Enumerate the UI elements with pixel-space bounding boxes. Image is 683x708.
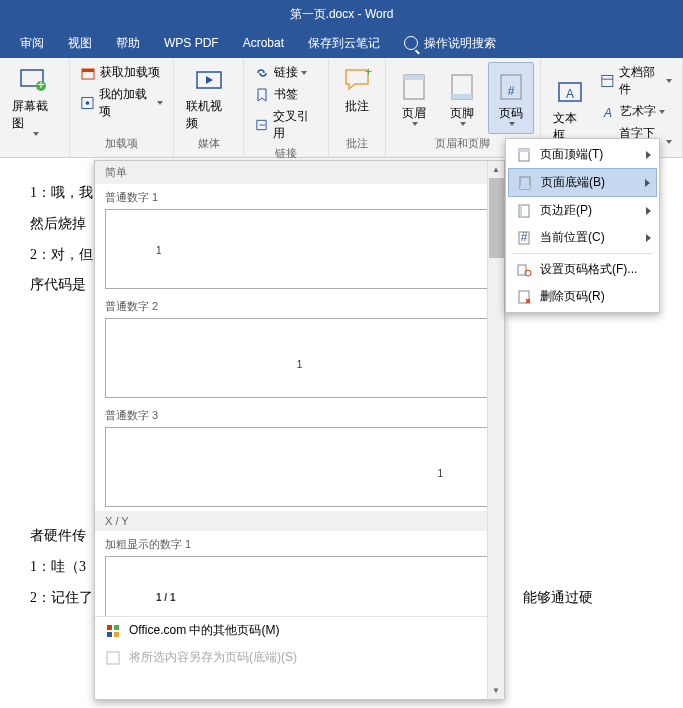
arrow-right-icon	[646, 234, 651, 242]
document-title: 第一页.docx - Word	[290, 6, 394, 23]
footer-button[interactable]: 页脚	[440, 62, 484, 134]
svg-rect-27	[520, 186, 530, 189]
header-button[interactable]: 页眉	[392, 62, 436, 134]
bookmark-icon	[254, 87, 270, 103]
more-from-office-item[interactable]: Office.com 中的其他页码(M)	[95, 617, 504, 644]
page-number-submenu: 页面顶端(T) 页面底端(B) 页边距(P) # 当前位置(C) 设置页码格式(…	[505, 138, 660, 313]
doc-parts-button[interactable]: 文档部件	[596, 62, 676, 100]
separator	[512, 253, 653, 254]
wordart-icon: A	[600, 104, 616, 120]
svg-rect-37	[107, 625, 112, 630]
link-button[interactable]: 链接	[250, 62, 322, 83]
scroll-up-icon[interactable]: ▲	[488, 161, 504, 178]
ribbon-group-media: 联机视频 媒体	[174, 58, 244, 157]
svg-rect-39	[107, 632, 112, 637]
ribbon-group-screenshot: + 屏幕截图	[0, 58, 70, 157]
save-selection-item: 将所选内容另存为页码(底端)(S)	[95, 644, 504, 671]
chevron-down-icon	[33, 132, 39, 136]
comment-button[interactable]: + 批注	[335, 62, 379, 117]
svg-point-6	[85, 101, 89, 105]
gallery-section-xy: X / Y	[95, 511, 504, 531]
current-position-item[interactable]: # 当前位置(C)	[508, 224, 657, 251]
page-number-icon: #	[495, 71, 527, 103]
lightbulb-icon	[404, 36, 418, 50]
ribbon-tabs: 审阅 视图 帮助 WPS PDF Acrobat 保存到云笔记 操作说明搜索	[0, 28, 683, 58]
cross-reference-button[interactable]: 交叉引用	[250, 106, 322, 144]
video-icon	[193, 64, 225, 96]
svg-text:#: #	[507, 84, 514, 98]
bottom-of-page-item[interactable]: 页面底端(B)	[508, 168, 657, 197]
gallery-scrollbar[interactable]: ▲ ▼	[487, 161, 504, 616]
tab-wps-pdf[interactable]: WPS PDF	[152, 28, 231, 58]
chevron-down-icon	[666, 79, 672, 83]
online-video-button[interactable]: 联机视频	[180, 62, 237, 134]
page-number-gallery: 简单 普通数字 1 1 普通数字 2 1 普通数字 3 1 X / Y 加粗显示…	[94, 160, 505, 700]
tab-help[interactable]: 帮助	[104, 28, 152, 58]
chevron-down-icon	[659, 110, 665, 114]
svg-marker-8	[206, 76, 213, 84]
svg-rect-11	[404, 75, 424, 80]
gallery-footer: Office.com 中的其他页码(M) 将所选内容另存为页码(底端)(S)	[95, 616, 504, 671]
ribbon-group-links: 链接 书签 交叉引用 链接	[244, 58, 329, 157]
svg-text:#: #	[521, 230, 528, 244]
chevron-down-icon	[509, 122, 515, 126]
gallery-item-plain-1[interactable]: 普通数字 1 1	[95, 184, 504, 293]
format-page-numbers-item[interactable]: 设置页码格式(F)...	[508, 256, 657, 283]
preview: 1	[105, 318, 494, 398]
svg-rect-25	[519, 149, 529, 152]
get-addins-button[interactable]: 获取加载项	[76, 62, 168, 83]
tab-review[interactable]: 审阅	[8, 28, 56, 58]
gallery-item-bold-1[interactable]: 加粗显示的数字 1 1 / 1	[95, 531, 504, 616]
arrow-right-icon	[645, 179, 650, 187]
chevron-down-icon	[301, 71, 307, 75]
preview: 1	[105, 427, 494, 507]
chevron-down-icon	[460, 122, 466, 126]
svg-text:A: A	[566, 87, 574, 101]
gallery-item-plain-2[interactable]: 普通数字 2 1	[95, 293, 504, 402]
save-icon	[105, 650, 121, 666]
preview: 1	[105, 209, 494, 289]
chevron-down-icon	[157, 101, 163, 105]
page-bottom-icon	[517, 175, 533, 191]
top-of-page-item[interactable]: 页面顶端(T)	[508, 141, 657, 168]
screenshot-button[interactable]: + 屏幕截图	[6, 62, 63, 138]
page-number-button[interactable]: # 页码	[488, 62, 534, 134]
tell-me-search[interactable]: 操作说明搜索	[404, 35, 496, 52]
page-margins-item[interactable]: 页边距(P)	[508, 197, 657, 224]
gallery-section-simple: 简单	[95, 161, 504, 184]
svg-rect-13	[452, 94, 472, 99]
gallery-item-plain-3[interactable]: 普通数字 3 1	[95, 402, 504, 511]
office-icon	[105, 623, 121, 639]
svg-text:A: A	[603, 106, 612, 120]
svg-rect-18	[602, 76, 613, 87]
svg-text:+: +	[38, 78, 45, 92]
remove-page-numbers-item[interactable]: 删除页码(R)	[508, 283, 657, 310]
svg-rect-40	[114, 632, 119, 637]
my-addins-button[interactable]: 我的加载项	[76, 84, 168, 122]
crossref-icon	[254, 117, 269, 133]
comment-icon: +	[341, 64, 373, 96]
current-pos-icon: #	[516, 230, 532, 246]
link-icon	[254, 65, 270, 81]
tab-view[interactable]: 视图	[56, 28, 104, 58]
word-art-button[interactable]: A 艺术字	[596, 101, 676, 122]
page-top-icon	[516, 147, 532, 163]
textbox-icon: A	[554, 76, 586, 108]
page-margin-icon	[516, 203, 532, 219]
chevron-down-icon	[412, 122, 418, 126]
format-icon	[516, 262, 532, 278]
tab-cloud-note[interactable]: 保存到云笔记	[296, 28, 392, 58]
chevron-down-icon	[666, 140, 672, 144]
preview: 1 / 1	[105, 556, 494, 616]
arrow-right-icon	[646, 151, 651, 159]
doc-line: 2：记住了	[30, 583, 93, 614]
scroll-thumb[interactable]	[489, 178, 504, 258]
bookmark-button[interactable]: 书签	[250, 84, 322, 105]
gallery-scroll-area[interactable]: 简单 普通数字 1 1 普通数字 2 1 普通数字 3 1 X / Y 加粗显示…	[95, 161, 504, 616]
svg-text:+: +	[365, 65, 372, 79]
doc-line: 序代码是	[30, 270, 86, 301]
addins-icon	[80, 95, 95, 111]
tab-acrobat[interactable]: Acrobat	[231, 28, 296, 58]
header-icon	[398, 71, 430, 103]
doc-parts-icon	[600, 73, 615, 89]
